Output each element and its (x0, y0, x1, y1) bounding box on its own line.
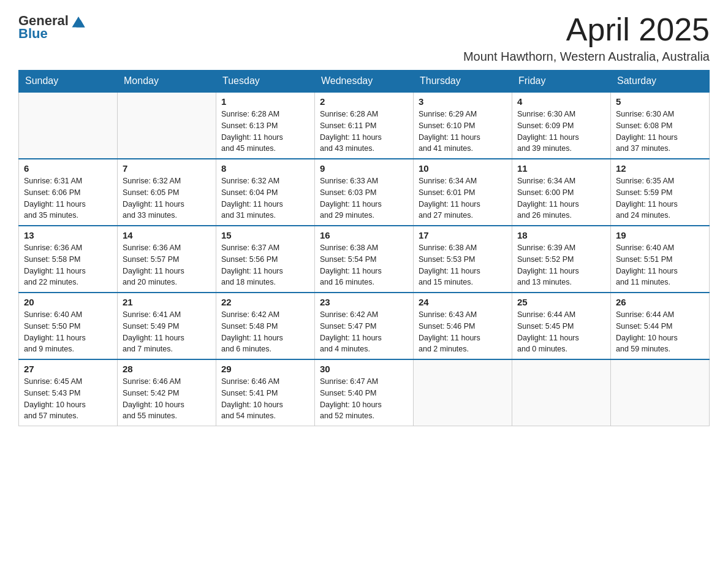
day-number: 9 (320, 163, 408, 174)
day-number: 18 (517, 230, 605, 240)
calendar-day-cell (19, 92, 118, 159)
day-number: 2 (320, 96, 408, 107)
calendar-day-cell: 6Sunrise: 6:31 AM Sunset: 6:06 PM Daylig… (19, 159, 118, 226)
calendar-day-cell: 23Sunrise: 6:42 AM Sunset: 5:47 PM Dayli… (315, 293, 414, 359)
calendar-day-header: Wednesday (315, 71, 414, 93)
day-number: 24 (419, 297, 507, 307)
calendar-week-row: 20Sunrise: 6:40 AM Sunset: 5:50 PM Dayli… (19, 293, 710, 359)
calendar-day-cell: 2Sunrise: 6:28 AM Sunset: 6:11 PM Daylig… (315, 92, 414, 159)
day-number: 1 (221, 96, 309, 107)
calendar-day-cell (414, 359, 512, 426)
calendar-week-row: 6Sunrise: 6:31 AM Sunset: 6:06 PM Daylig… (19, 159, 710, 226)
day-info: Sunrise: 6:44 AM Sunset: 5:45 PM Dayligh… (517, 309, 605, 355)
calendar-day-cell: 17Sunrise: 6:38 AM Sunset: 5:53 PM Dayli… (414, 226, 512, 293)
calendar-day-cell: 29Sunrise: 6:46 AM Sunset: 5:41 PM Dayli… (216, 359, 315, 426)
day-info: Sunrise: 6:31 AM Sunset: 6:06 PM Dayligh… (24, 175, 112, 221)
page-header: General Blue April 2025 Mount Hawthorn, … (18, 12, 710, 64)
day-info: Sunrise: 6:46 AM Sunset: 5:42 PM Dayligh… (123, 376, 211, 422)
calendar-day-cell: 19Sunrise: 6:40 AM Sunset: 5:51 PM Dayli… (611, 226, 710, 293)
day-info: Sunrise: 6:34 AM Sunset: 6:00 PM Dayligh… (517, 175, 605, 221)
calendar-day-cell: 20Sunrise: 6:40 AM Sunset: 5:50 PM Dayli… (19, 293, 118, 359)
day-info: Sunrise: 6:32 AM Sunset: 6:04 PM Dayligh… (221, 175, 309, 221)
calendar-day-cell (118, 92, 216, 159)
calendar-day-cell: 24Sunrise: 6:43 AM Sunset: 5:46 PM Dayli… (414, 293, 512, 359)
calendar-day-cell: 25Sunrise: 6:44 AM Sunset: 5:45 PM Dayli… (512, 293, 611, 359)
day-number: 16 (320, 230, 408, 240)
logo-icon (70, 12, 87, 29)
logo-blue: Blue (18, 26, 48, 42)
day-number: 30 (320, 364, 408, 374)
day-number: 13 (24, 230, 112, 240)
day-info: Sunrise: 6:30 AM Sunset: 6:08 PM Dayligh… (616, 109, 704, 155)
day-info: Sunrise: 6:37 AM Sunset: 5:56 PM Dayligh… (221, 242, 309, 288)
calendar-day-header: Saturday (611, 71, 710, 93)
calendar-day-cell: 13Sunrise: 6:36 AM Sunset: 5:58 PM Dayli… (19, 226, 118, 293)
location-title: Mount Hawthorn, Western Australia, Austr… (463, 50, 710, 64)
calendar-day-header: Monday (118, 71, 216, 93)
calendar-day-cell: 5Sunrise: 6:30 AM Sunset: 6:08 PM Daylig… (611, 92, 710, 159)
calendar-day-cell: 26Sunrise: 6:44 AM Sunset: 5:44 PM Dayli… (611, 293, 710, 359)
calendar-week-row: 27Sunrise: 6:45 AM Sunset: 5:43 PM Dayli… (19, 359, 710, 426)
calendar-day-cell: 27Sunrise: 6:45 AM Sunset: 5:43 PM Dayli… (19, 359, 118, 426)
calendar-table: SundayMondayTuesdayWednesdayThursdayFrid… (18, 70, 710, 426)
day-number: 20 (24, 297, 112, 307)
calendar-day-cell: 18Sunrise: 6:39 AM Sunset: 5:52 PM Dayli… (512, 226, 611, 293)
day-info: Sunrise: 6:47 AM Sunset: 5:40 PM Dayligh… (320, 376, 408, 422)
day-info: Sunrise: 6:35 AM Sunset: 5:59 PM Dayligh… (616, 175, 704, 221)
day-number: 29 (221, 364, 309, 374)
day-number: 15 (221, 230, 309, 240)
day-number: 4 (517, 96, 605, 107)
calendar-day-header: Tuesday (216, 71, 315, 93)
day-info: Sunrise: 6:34 AM Sunset: 6:01 PM Dayligh… (419, 175, 507, 221)
calendar-week-row: 1Sunrise: 6:28 AM Sunset: 6:13 PM Daylig… (19, 92, 710, 159)
day-number: 19 (616, 230, 704, 240)
month-title: April 2025 (463, 12, 710, 47)
calendar-day-cell: 14Sunrise: 6:36 AM Sunset: 5:57 PM Dayli… (118, 226, 216, 293)
calendar-day-cell (611, 359, 710, 426)
calendar-day-cell: 21Sunrise: 6:41 AM Sunset: 5:49 PM Dayli… (118, 293, 216, 359)
day-info: Sunrise: 6:42 AM Sunset: 5:47 PM Dayligh… (320, 309, 408, 355)
day-number: 8 (221, 163, 309, 174)
title-section: April 2025 Mount Hawthorn, Western Austr… (463, 12, 710, 64)
day-info: Sunrise: 6:36 AM Sunset: 5:57 PM Dayligh… (123, 242, 211, 288)
day-number: 5 (616, 96, 704, 107)
calendar-day-cell: 11Sunrise: 6:34 AM Sunset: 6:00 PM Dayli… (512, 159, 611, 226)
day-number: 17 (419, 230, 507, 240)
day-number: 6 (24, 163, 112, 174)
day-info: Sunrise: 6:33 AM Sunset: 6:03 PM Dayligh… (320, 175, 408, 221)
calendar-day-cell: 7Sunrise: 6:32 AM Sunset: 6:05 PM Daylig… (118, 159, 216, 226)
calendar-day-cell: 22Sunrise: 6:42 AM Sunset: 5:48 PM Dayli… (216, 293, 315, 359)
day-info: Sunrise: 6:38 AM Sunset: 5:54 PM Dayligh… (320, 242, 408, 288)
day-info: Sunrise: 6:42 AM Sunset: 5:48 PM Dayligh… (221, 309, 309, 355)
calendar-day-cell: 16Sunrise: 6:38 AM Sunset: 5:54 PM Dayli… (315, 226, 414, 293)
day-info: Sunrise: 6:41 AM Sunset: 5:49 PM Dayligh… (123, 309, 211, 355)
calendar-day-cell (512, 359, 611, 426)
calendar-day-cell: 9Sunrise: 6:33 AM Sunset: 6:03 PM Daylig… (315, 159, 414, 226)
day-number: 12 (616, 163, 704, 174)
day-info: Sunrise: 6:39 AM Sunset: 5:52 PM Dayligh… (517, 242, 605, 288)
day-number: 21 (123, 297, 211, 307)
day-number: 10 (419, 163, 507, 174)
day-info: Sunrise: 6:44 AM Sunset: 5:44 PM Dayligh… (616, 309, 704, 355)
day-number: 25 (517, 297, 605, 307)
logo: General Blue (18, 12, 87, 42)
day-info: Sunrise: 6:38 AM Sunset: 5:53 PM Dayligh… (419, 242, 507, 288)
calendar-day-cell: 30Sunrise: 6:47 AM Sunset: 5:40 PM Dayli… (315, 359, 414, 426)
day-info: Sunrise: 6:45 AM Sunset: 5:43 PM Dayligh… (24, 376, 112, 422)
day-number: 22 (221, 297, 309, 307)
day-number: 3 (419, 96, 507, 107)
day-info: Sunrise: 6:40 AM Sunset: 5:51 PM Dayligh… (616, 242, 704, 288)
day-info: Sunrise: 6:36 AM Sunset: 5:58 PM Dayligh… (24, 242, 112, 288)
calendar-day-cell: 8Sunrise: 6:32 AM Sunset: 6:04 PM Daylig… (216, 159, 315, 226)
calendar-week-row: 13Sunrise: 6:36 AM Sunset: 5:58 PM Dayli… (19, 226, 710, 293)
day-info: Sunrise: 6:43 AM Sunset: 5:46 PM Dayligh… (419, 309, 507, 355)
calendar-day-cell: 15Sunrise: 6:37 AM Sunset: 5:56 PM Dayli… (216, 226, 315, 293)
day-info: Sunrise: 6:32 AM Sunset: 6:05 PM Dayligh… (123, 175, 211, 221)
day-info: Sunrise: 6:28 AM Sunset: 6:11 PM Dayligh… (320, 109, 408, 155)
day-number: 14 (123, 230, 211, 240)
day-number: 11 (517, 163, 605, 174)
calendar-day-cell: 28Sunrise: 6:46 AM Sunset: 5:42 PM Dayli… (118, 359, 216, 426)
calendar-day-header: Friday (512, 71, 611, 93)
calendar-header-row: SundayMondayTuesdayWednesdayThursdayFrid… (19, 71, 710, 93)
day-info: Sunrise: 6:30 AM Sunset: 6:09 PM Dayligh… (517, 109, 605, 155)
